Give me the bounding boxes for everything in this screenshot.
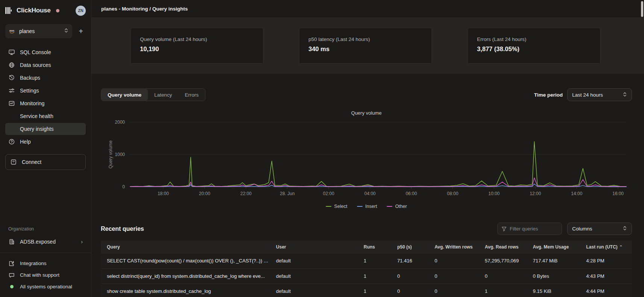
legend-item-other[interactable]: Other	[387, 204, 407, 209]
chevron-right-icon: ›	[81, 239, 83, 245]
svg-text:2000: 2000	[115, 120, 125, 125]
table-row[interactable]: SELECT CAST(round(pow(count() / max(coun…	[101, 253, 632, 268]
column-header-query[interactable]: Query	[101, 241, 272, 253]
chevron-updown-icon	[64, 28, 68, 35]
column-header-last-run[interactable]: Last run (UTC)⌃	[582, 241, 632, 253]
cell-user: default	[272, 268, 360, 283]
stat-value: 340 ms	[308, 45, 422, 53]
service-select[interactable]: aws planes	[5, 24, 72, 38]
svg-text:14:00: 14:00	[571, 191, 582, 196]
sidebar-item-monitoring[interactable]: Monitoring	[5, 97, 86, 110]
chat-icon	[8, 272, 15, 279]
sidebar-item-help[interactable]: Help	[5, 135, 86, 148]
app-root: ClickHouse ZN aws planes +	[0, 0, 644, 297]
sidebar-item-settings[interactable]: Settings	[5, 84, 86, 97]
title-bar: planes - Monitoring / Query insights	[91, 0, 644, 17]
sidebar-item-chat-support[interactable]: Chat with support	[5, 269, 86, 281]
filter-icon	[501, 226, 507, 232]
svg-text:1000: 1000	[115, 152, 125, 157]
legend-label: Select	[334, 204, 347, 209]
aws-icon: aws	[9, 28, 16, 35]
data-sources-icon	[8, 62, 15, 68]
chevron-updown-icon	[623, 226, 627, 232]
svg-text:08:00: 08:00	[447, 191, 458, 196]
stat-label: p50 latency (Last 24 hours)	[308, 36, 422, 42]
cell-mem: 0 Bytes	[529, 268, 582, 283]
column-header-runs[interactable]: Runs	[360, 241, 393, 253]
brand-name: ClickHouse	[17, 7, 51, 14]
tab-group: Query volume Latency Errors	[101, 88, 205, 101]
svg-text:10:00: 10:00	[488, 191, 500, 196]
tab-query-volume[interactable]: Query volume	[101, 88, 148, 101]
cell-lastrun: 4:28 PM	[582, 253, 632, 268]
legend-item-select[interactable]: Select	[326, 204, 347, 209]
column-header-avg-written-rows[interactable]: Avg. Written rows	[431, 241, 481, 253]
monitoring-icon	[8, 100, 15, 107]
svg-text:06:00: 06:00	[406, 191, 417, 196]
service-select-value: planes	[19, 28, 35, 34]
legend-label: Other	[395, 204, 407, 209]
breadcrumb: planes - Monitoring / Query insights	[101, 6, 188, 12]
column-header-p50[interactable]: p50 (s)	[393, 241, 431, 253]
sidebar-divider	[0, 253, 91, 253]
sidebar-item-query-insights[interactable]: Query insights	[5, 123, 86, 135]
cell-runs: 1	[360, 268, 393, 283]
column-header-user[interactable]: User	[272, 241, 360, 253]
stat-label: Errors (Last 24 hours)	[477, 36, 591, 42]
svg-text:22:00: 22:00	[240, 191, 252, 196]
table-row[interactable]: select distrinct(query_id) from system.d…	[101, 268, 632, 283]
tab-errors[interactable]: Errors	[178, 88, 205, 101]
sidebar-item-sql-console[interactable]: SQL Console	[5, 46, 86, 59]
cell-query[interactable]: select distrinct(query_id) from system.d…	[101, 268, 272, 283]
table-row[interactable]: show create table system.distributed_cac…	[101, 283, 632, 297]
connect-icon	[10, 159, 17, 165]
cell-query[interactable]: SELECT CAST(round(pow(count() / max(coun…	[101, 253, 272, 268]
svg-text:02:00: 02:00	[323, 191, 334, 196]
cell-read: 0	[481, 268, 529, 283]
stat-card-errors: Errors (Last 24 hours) 3,877 (38.05%)	[468, 28, 600, 64]
column-header-avg-read-rows[interactable]: Avg. Read rows	[481, 241, 529, 253]
user-avatar[interactable]: ZN	[76, 6, 86, 16]
stat-value: 10,190	[140, 45, 254, 53]
organization-item[interactable]: ADSB.exposed ›	[5, 235, 86, 248]
filter-queries-input[interactable]	[510, 226, 558, 232]
cell-runs: 1	[360, 253, 393, 268]
status-dot-green	[10, 285, 14, 288]
svg-text:18:00: 18:00	[158, 191, 169, 196]
sidebar-item-label: Monitoring	[20, 100, 44, 106]
system-status-item[interactable]: All systems operational	[5, 281, 86, 292]
sidebar-item-data-sources[interactable]: Data sources	[5, 59, 86, 71]
columns-select-value: Columns	[572, 226, 592, 232]
settings-icon	[8, 87, 15, 94]
svg-text:0: 0	[122, 184, 125, 189]
tab-latency[interactable]: Latency	[148, 88, 178, 101]
time-period-label: Time period	[534, 92, 563, 98]
add-service-button[interactable]: +	[76, 26, 86, 36]
backups-icon	[8, 74, 15, 81]
cell-written: 0	[431, 253, 481, 268]
sidebar-item-service-health[interactable]: Service health	[5, 110, 86, 122]
time-period-select[interactable]: Last 24 hours	[567, 88, 632, 101]
columns-select[interactable]: Columns	[567, 223, 632, 235]
help-icon	[8, 138, 15, 145]
connect-button[interactable]: Connect	[5, 154, 86, 170]
sidebar-item-integrations[interactable]: Integrations	[5, 258, 86, 269]
sidebar-item-backups[interactable]: Backups	[5, 71, 86, 84]
footer-item-label: Chat with support	[20, 272, 59, 278]
time-period-value: Last 24 hours	[572, 92, 603, 98]
cell-written: 0	[431, 268, 481, 283]
legend-item-insert[interactable]: Insert	[357, 204, 377, 209]
svg-text:Query volume: Query volume	[108, 140, 113, 168]
organization-icon	[8, 238, 15, 245]
notification-dot	[56, 9, 59, 12]
column-header-avg-mem-usage[interactable]: Avg. Mem Usage	[529, 241, 582, 253]
legend-swatch	[326, 206, 331, 207]
legend-swatch	[387, 206, 392, 207]
svg-text:20:00: 20:00	[199, 191, 210, 196]
brand-row: ClickHouse ZN	[5, 4, 86, 17]
chart-toolbar: Query volume Latency Errors Time period …	[101, 88, 632, 101]
cell-query[interactable]: show create table system.distributed_cac…	[101, 283, 272, 297]
svg-text:12:00: 12:00	[530, 191, 541, 196]
cell-p50: 0	[393, 268, 431, 283]
vertical-scrollbar[interactable]	[641, 1, 643, 17]
